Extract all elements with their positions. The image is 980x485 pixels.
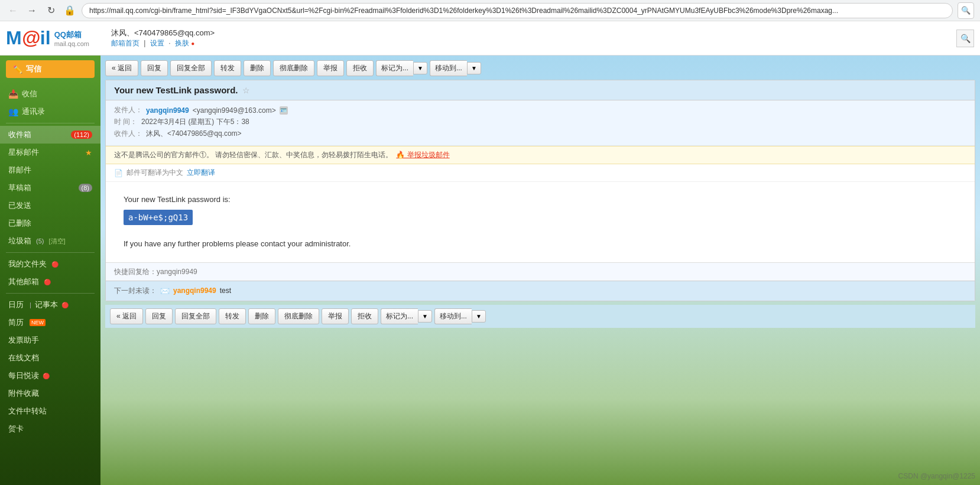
time-value: 2022年3月4日 (星期五) 下午5：38 — [141, 117, 249, 127]
sidebar-item-invoice[interactable]: 发票助手 — [0, 331, 100, 349]
quick-reply-input[interactable] — [106, 263, 975, 281]
inbox-folder-label: 收件箱 — [8, 129, 31, 140]
sidebar-item-spam[interactable]: 垃圾箱 (5) [清空] — [0, 232, 100, 250]
email-body: Your new TestLink password is: a-bW+e$;g… — [106, 182, 975, 262]
user-name: 沐风、<740479865@qq.com> — [111, 28, 215, 38]
invoice-label: 发票助手 — [8, 335, 39, 346]
email-subject: Your new TestLink password. — [114, 85, 238, 95]
spam-label: 垃圾箱 — [8, 236, 31, 246]
sidebar-item-resume[interactable]: 简历 NEW — [0, 314, 100, 331]
drafts-label: 草稿箱 — [8, 183, 31, 193]
report-spam-link[interactable]: 🔥 举报垃圾邮件 — [396, 150, 449, 160]
sender-name[interactable]: yangqin9949 — [146, 106, 189, 115]
app-header: M @ il QQ邮箱 mail.qq.com 沐风、<740479865@qq… — [0, 21, 980, 56]
attachments-label: 附件收藏 — [8, 388, 39, 399]
sidebar-item-filetransfer[interactable]: 文件中转站 — [0, 402, 100, 420]
sidebar-item-sent[interactable]: 已发送 — [0, 197, 100, 214]
user-info: 沐风、<740479865@qq.com> 邮箱首页 | 设置 · 换肤 ● — [111, 28, 215, 48]
address-bar[interactable] — [82, 3, 953, 18]
warning-text: 这不是腾讯公司的官方邮件①。 请勿轻信密保、汇款、中奖信息，勿轻易拨打陌生电话。 — [114, 150, 392, 160]
sidebar-item-othermail[interactable]: 其他邮箱 🔴 — [0, 273, 100, 291]
nav-inbox-link[interactable]: 邮箱首页 — [111, 39, 139, 47]
sidebar-item-docs[interactable]: 在线文档 — [0, 349, 100, 367]
drafts-badge: (8) — [79, 184, 92, 192]
sidebar-item-daily[interactable]: 每日悦读 🔴 — [0, 367, 100, 385]
move-btn[interactable]: 移动到... — [430, 60, 467, 76]
sidebar-divider-2 — [6, 252, 95, 253]
bottom-delete-btn[interactable]: 删除 — [248, 308, 275, 324]
bottom-report-btn[interactable]: 举报 — [322, 308, 349, 324]
sidebar-item-drafts[interactable]: 草稿箱 (8) — [0, 179, 100, 197]
next-email-bar: 下一封未读： ✉️ yangqin9949 test — [106, 281, 975, 301]
translate-link[interactable]: 立即翻译 — [187, 168, 215, 178]
bottom-forward-btn[interactable]: 转发 — [219, 308, 246, 324]
bottom-mark-arrow[interactable]: ▼ — [418, 310, 432, 323]
delete-btn[interactable]: 删除 — [244, 60, 271, 76]
sidebar-item-deleted[interactable]: 已删除 — [0, 214, 100, 232]
star-toggle[interactable]: ☆ — [242, 86, 250, 95]
group-label: 群邮件 — [8, 165, 31, 175]
next-subject: test — [220, 287, 231, 295]
spam-clear[interactable]: [清空] — [48, 237, 65, 246]
sidebar-item-attachments[interactable]: 附件收藏 — [0, 385, 100, 402]
othermail-icon: 🔴 — [44, 279, 51, 285]
othermail-label: 其他邮箱 — [8, 276, 39, 287]
report-btn[interactable]: 举报 — [317, 60, 344, 76]
mark-arrow[interactable]: ▼ — [413, 62, 427, 74]
compose-label: 写信 — [26, 64, 41, 74]
body-line1: Your new TestLink password is: — [124, 194, 957, 206]
sidebar-item-contacts[interactable]: 👥 通讯录 — [0, 103, 100, 121]
bottom-mark-btn[interactable]: 标记为... — [381, 308, 418, 324]
sidebar-item-calendar[interactable]: 日历 | 记事本 🔴 — [0, 296, 100, 314]
translate-icon: 📄 — [114, 169, 123, 177]
mark-btn[interactable]: 标记为... — [376, 60, 413, 76]
reply-all-btn[interactable]: 回复全部 — [170, 60, 212, 76]
back-btn[interactable]: « 返回 — [105, 60, 138, 76]
content-area: « 返回 回复 回复全部 转发 删除 彻底删除 举报 拒收 标记为... ▼ 移… — [100, 56, 980, 485]
bottom-reply-btn[interactable]: 回复 — [145, 308, 173, 324]
bottom-hard-delete-btn[interactable]: 彻底删除 — [278, 308, 319, 324]
sidebar-item-greeting[interactable]: 贺卡 — [0, 420, 100, 438]
bottom-move-btn[interactable]: 移动到... — [434, 308, 472, 324]
hard-delete-btn[interactable]: 彻底删除 — [273, 60, 314, 76]
bottom-back-btn[interactable]: « 返回 — [110, 308, 143, 324]
sender-card-icon[interactable]: 🪪 — [280, 106, 288, 115]
bottom-mark-dropdown: 标记为... ▼ — [381, 308, 432, 324]
sidebar-item-myfolders[interactable]: 我的文件夹 🔴 — [0, 255, 100, 273]
sidebar-item-inbox-folder[interactable]: 收件箱 (112) — [0, 126, 100, 144]
refresh-btn[interactable]: ↻ — [44, 4, 58, 18]
meta-to-row: 收件人： 沐风、<740479865@qq.com> — [114, 129, 966, 139]
next-from[interactable]: yangqin9949 — [173, 287, 216, 295]
sidebar-item-group[interactable]: 群邮件 — [0, 161, 100, 179]
header-search-btn[interactable]: 🔍 — [956, 30, 974, 47]
daily-label: 每日悦读 — [8, 370, 39, 381]
inbox-action-label: 收信 — [22, 89, 37, 99]
sidebar-item-inbox-action[interactable]: 📥 收信 — [0, 85, 100, 103]
lock-icon: 🔒 — [63, 4, 77, 18]
resume-badge: NEW — [30, 319, 46, 326]
back-nav-btn[interactable]: ← — [6, 4, 20, 18]
nav-settings-link[interactable]: 设置 — [150, 39, 164, 47]
compose-icon: ✏️ — [13, 65, 22, 74]
move-arrow[interactable]: ▼ — [467, 62, 481, 74]
bottom-move-arrow[interactable]: ▼ — [472, 310, 486, 323]
myfolders-label: 我的文件夹 — [8, 259, 47, 269]
bottom-reply-all-btn[interactable]: 回复全部 — [175, 308, 216, 324]
sidebar: ✏️ 写信 📥 收信 👥 通讯录 收件箱 (112) 星标邮件 — [0, 56, 100, 485]
bottom-move-dropdown: 移动到... ▼ — [434, 308, 486, 324]
notepad-dot: 🔴 — [61, 302, 69, 308]
sidebar-main-section: 📥 收信 👥 通讯录 收件箱 (112) 星标邮件 ★ 群邮件 — [0, 83, 100, 440]
nav-skin-link[interactable]: 换肤 — [175, 39, 189, 47]
forward-nav-btn[interactable]: → — [25, 4, 39, 18]
from-label: 发件人： — [114, 105, 142, 115]
password-text[interactable]: a-bW+e$;gQ13 — [124, 210, 193, 225]
sidebar-item-starred[interactable]: 星标邮件 ★ — [0, 144, 100, 161]
bottom-reject-btn[interactable]: 拒收 — [351, 308, 378, 324]
logo-area: M @ il QQ邮箱 mail.qq.com — [6, 27, 106, 49]
forward-btn[interactable]: 转发 — [214, 60, 241, 76]
browser-bar: ← → ↻ 🔒 🔍 — [0, 0, 980, 21]
compose-btn[interactable]: ✏️ 写信 — [6, 60, 95, 78]
reject-btn[interactable]: 拒收 — [346, 60, 374, 76]
browser-search-btn[interactable]: 🔍 — [958, 2, 974, 19]
reply-btn[interactable]: 回复 — [141, 60, 168, 76]
